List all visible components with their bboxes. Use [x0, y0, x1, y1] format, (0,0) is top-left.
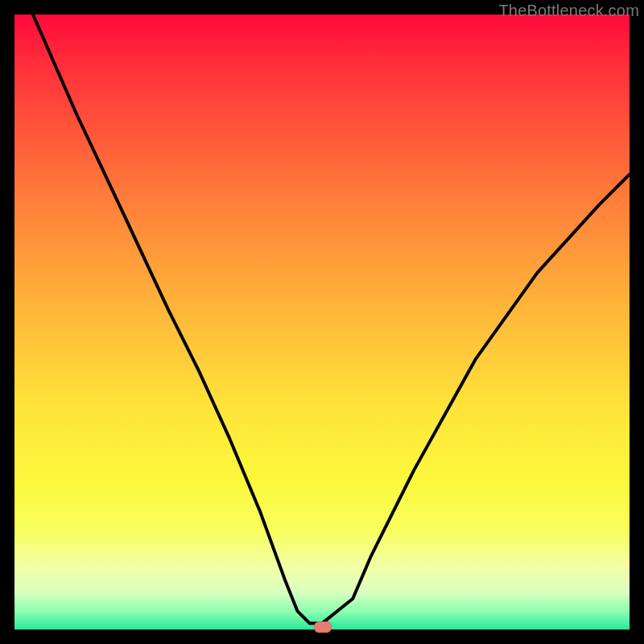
optimum-marker — [314, 621, 332, 633]
chart-plot-area — [14, 14, 630, 630]
watermark-text: TheBottleneck.com — [498, 2, 639, 20]
bottleneck-curve — [14, 14, 630, 630]
